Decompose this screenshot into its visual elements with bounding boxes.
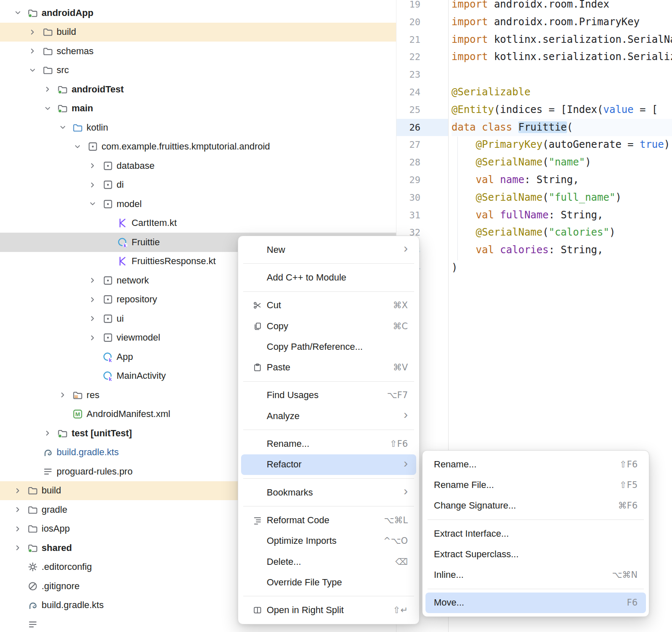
tree-item-kotlin[interactable]: kotlin [0,118,396,137]
tree-item-cartitem-kt[interactable]: CartItem.kt [0,214,396,233]
chevron-down-icon[interactable] [42,103,52,113]
chevron-right-icon[interactable] [88,333,98,343]
tree-item-label: res [87,390,100,401]
chevron-right-icon[interactable] [13,485,23,496]
chevron-down-icon[interactable] [13,8,23,18]
menu-item-rename-file[interactable]: Rename File...⇧F5 [425,475,646,495]
menu-item-delete[interactable]: Delete...⌫ [241,551,416,572]
tree-item-androidtest[interactable]: androidTest [0,80,396,99]
menu-item-extract-superclass[interactable]: Extract Superclass... [425,544,646,564]
code-line[interactable]: val name: String, [452,171,672,189]
code-line[interactable]: data class Fruittie( [452,119,672,136]
line-number[interactable]: 29 [396,171,448,189]
menu-item-inline[interactable]: Inline...⌥⌘N [425,564,646,585]
kotlin-class-icon: k [102,351,113,362]
code-line[interactable]: @Serializable [452,84,672,101]
chevron-down-icon[interactable] [58,123,68,133]
menu-item-copy[interactable]: Copy⌘C [241,316,416,336]
menu-shortcut: ⌥⌘L [384,515,408,525]
chevron-down-icon[interactable] [28,65,38,75]
menu-item-analyze[interactable]: Analyze [241,406,416,426]
code-token: val [476,174,500,186]
chevron-right-icon[interactable] [13,505,23,515]
line-number[interactable]: 20 [396,13,448,31]
menu-item-label: Copy [267,321,288,332]
tree-item-com-example-fruitties-kmptutorial-android[interactable]: com.example.fruitties.kmptutorial.androi… [0,137,396,157]
menu-item-refactor[interactable]: Refactor [241,454,416,475]
menu-item-override-file-type[interactable]: Override File Type [241,572,416,593]
menu-item-cut[interactable]: Cut⌘X [241,295,416,316]
code-line[interactable]: @SerialName("name") [452,154,672,171]
code-line[interactable]: import androidx.room.Index [452,0,672,13]
menu-item-new[interactable]: New [241,239,416,260]
menu-item-rename[interactable]: Rename...⇧F6 [241,433,416,454]
menu-item-right: ⇧↵ [393,605,408,615]
menu-item-find-usages[interactable]: Find Usages⌥F7 [241,385,416,406]
line-number[interactable]: 21 [396,31,448,49]
chevron-right-icon[interactable] [88,161,98,171]
tree-item-src[interactable]: src [0,61,396,80]
code-line[interactable]: @PrimaryKey(autoGenerate = true) [452,136,672,154]
code-line[interactable]: @SerialName("full_name") [452,189,672,207]
tree-item-di[interactable]: di [0,176,396,195]
code-token: androidx.room.Index [494,0,609,10]
code-line[interactable]: val calories: String, [452,241,672,259]
chevron-spacer [58,409,68,419]
chevron-right-icon[interactable] [42,84,52,94]
line-number[interactable]: 24 [396,84,448,101]
chevron-right-icon[interactable] [88,275,98,286]
code-line[interactable] [452,66,672,84]
chevron-right-icon[interactable] [13,543,23,553]
tree-item-build[interactable]: build [0,23,396,42]
tree-item-main[interactable]: main [0,99,396,118]
line-number[interactable]: 26 [396,119,448,136]
menu-item-reformat-code[interactable]: Reformat Code⌥⌘L [241,510,416,530]
chevron-right-icon[interactable] [13,524,23,534]
menu-item-move[interactable]: Move...F6 [425,593,646,613]
line-number[interactable]: 23 [396,66,448,84]
chevron-right-icon[interactable] [88,294,98,304]
line-number[interactable]: 25 [396,101,448,119]
package-icon [102,199,113,210]
menu-item-change-signature[interactable]: Change Signature...⌘F6 [425,496,646,516]
chevron-right-icon[interactable] [42,428,52,438]
menu-item-bookmarks[interactable]: Bookmarks [241,482,416,503]
folder-badged-icon [27,8,38,18]
chevron-right-icon[interactable] [58,390,68,400]
menu-item-right: ⇧F6 [620,459,638,469]
line-number[interactable]: 19 [396,0,448,13]
code-token: ) [664,139,670,150]
tree-item-model[interactable]: model [0,194,396,214]
menu-item-copy-path-reference[interactable]: Copy Path/Reference... [241,336,416,357]
code-line[interactable]: import kotlinx.serialization.SerialName [452,31,672,49]
tree-item-androidapp[interactable]: androidApp [0,3,396,23]
menu-item-rename[interactable]: Rename...⇧F6 [425,454,646,475]
tree-item-database[interactable]: database [0,156,396,176]
chevron-right-icon[interactable] [88,314,98,324]
menu-item-right: ⇧F6 [390,439,408,449]
code-line[interactable]: import androidx.room.PrimaryKey [452,13,672,31]
menu-item-paste[interactable]: Paste⌘V [241,357,416,378]
line-number[interactable]: 28 [396,154,448,171]
menu-item-extract-interface[interactable]: Extract Interface... [425,523,646,544]
chevron-down-icon[interactable] [73,142,83,152]
menu-item-optimize-imports[interactable]: Optimize Imports^⌥O [241,531,416,551]
line-number[interactable]: 30 [396,189,448,207]
line-number[interactable]: 27 [396,136,448,154]
menu-item-open-in-right-split[interactable]: Open in Right Split⇧↵ [241,600,416,620]
tree-item-label: FruittiesResponse.kt [131,256,216,267]
chevron-right-icon[interactable] [88,180,98,190]
chevron-right-icon[interactable] [28,27,38,37]
menu-item-add-c-to-module[interactable]: Add C++ to Module [241,267,416,288]
code-line[interactable]: val fullName: String, [452,207,672,224]
chevron-down-icon[interactable] [88,199,98,209]
chevron-right-icon[interactable] [28,46,38,56]
code-line[interactable]: @Entity(indices = [Index(value = [ [452,101,672,119]
code-token: @SerialName [476,156,543,168]
line-number[interactable]: 22 [396,48,448,66]
code-line[interactable]: ) [452,259,672,277]
line-number[interactable]: 31 [396,207,448,224]
code-line[interactable]: @SerialName("calories") [452,224,672,241]
tree-item-schemas[interactable]: schemas [0,42,396,61]
code-line[interactable]: import kotlinx.serialization.Serializabl… [452,48,672,66]
